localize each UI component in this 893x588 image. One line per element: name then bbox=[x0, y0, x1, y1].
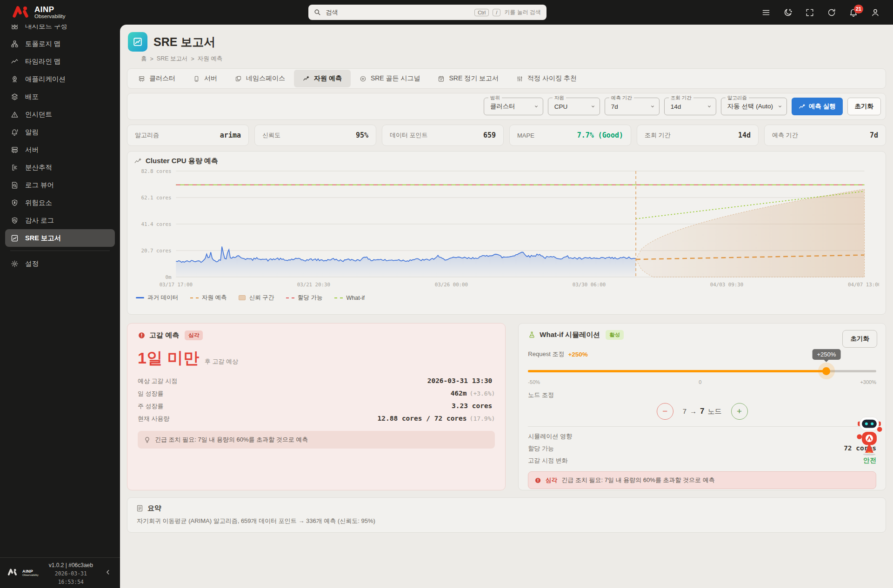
refresh-button[interactable] bbox=[823, 4, 840, 21]
tab-label: 적정 사이징 추천 bbox=[527, 74, 577, 83]
tab-namespace[interactable]: 네임스페이스 bbox=[226, 70, 294, 87]
sidebar-item-deploy[interactable]: 배포 bbox=[5, 88, 115, 106]
sidebar-item-sre-report[interactable]: SRE 보고서 bbox=[5, 229, 115, 247]
notifications-button[interactable]: 21 bbox=[845, 4, 862, 21]
row-extra: (+3.6%) bbox=[470, 390, 495, 397]
tab-server[interactable]: 서버 bbox=[184, 70, 226, 87]
sidebar-item-server[interactable]: 서버 bbox=[5, 141, 115, 159]
sidebar-item-timeline-map[interactable]: 타임라인 맵 bbox=[5, 53, 115, 70]
arrow-right-icon: → bbox=[690, 407, 697, 415]
breadcrumb-separator: > bbox=[150, 56, 153, 62]
breadcrumb-resource-forecast: 자원 예측 bbox=[198, 55, 222, 63]
filter-select-algorithm[interactable]: 알고리즘자동 선택 (Auto) bbox=[721, 98, 787, 115]
legend-swatch bbox=[190, 297, 199, 298]
global-search[interactable]: Ctrl / 키를 눌러 검색 bbox=[308, 5, 546, 20]
sidebar-item-label: SRE 보고서 bbox=[25, 234, 61, 243]
legend-item-4[interactable]: What-if bbox=[334, 295, 365, 301]
profile-button[interactable] bbox=[867, 4, 884, 21]
sidebar-item-incident[interactable]: 인시던트 bbox=[5, 106, 115, 123]
stat-card-algorithm: 알고리즘arima bbox=[127, 125, 249, 146]
tab-cluster[interactable]: 클러스터 bbox=[129, 70, 184, 87]
sidebar-item-audit-log[interactable]: 감사 로그 bbox=[5, 211, 115, 229]
footer-brand-mark-icon bbox=[7, 568, 18, 578]
filter-select-resource[interactable]: 자원CPU bbox=[548, 98, 600, 115]
request-slider[interactable]: +250% bbox=[528, 367, 876, 375]
sidebar-item-alert[interactable]: 알림 bbox=[5, 123, 115, 141]
chart-card-header: Cluster CPU 용량 예측 bbox=[134, 157, 879, 165]
sidebar-item-tracing[interactable]: 분산추적 bbox=[5, 159, 115, 176]
breadcrumb-sre-report[interactable]: SRE 보고서 bbox=[157, 55, 188, 63]
tab-resource-forecast[interactable]: 자원 예측 bbox=[294, 70, 351, 87]
tab-label: 자원 예측 bbox=[314, 74, 342, 83]
app-timestamp: 2026-03-31 16:53:54 bbox=[55, 570, 87, 585]
row-label: 고갈 시점 변화 bbox=[528, 456, 567, 465]
whatif-reset-button[interactable]: 초기화 bbox=[842, 330, 877, 348]
shieldsearch-icon bbox=[11, 217, 19, 225]
footer-brand-name: AINP bbox=[22, 569, 39, 574]
sidebar-item-application[interactable]: 애플리케이션 bbox=[5, 70, 115, 88]
legend-item-1[interactable]: 자원 예측 bbox=[190, 294, 227, 302]
footer-brand-subtitle: Observability bbox=[22, 574, 39, 577]
slider-thumb[interactable] bbox=[818, 363, 835, 379]
sidebar-item-label: 감사 로그 bbox=[25, 216, 54, 225]
legend-item-0[interactable]: 과거 데이터 bbox=[136, 294, 178, 302]
stat-label: MAPE bbox=[517, 132, 534, 139]
brand-logo[interactable]: AINP Observability bbox=[0, 5, 65, 20]
select-value: 14d bbox=[671, 103, 681, 110]
filter-select-forecast-period[interactable]: 예측 기간7d bbox=[605, 98, 660, 115]
sidebar-item-risk[interactable]: 위험요소 bbox=[5, 194, 115, 211]
cpu-forecast-chart[interactable]: 82.8 cores62.1 cores41.4 cores20.7 cores… bbox=[134, 166, 879, 293]
sidebar-item-label: 설정 bbox=[25, 259, 39, 268]
sidebar-menu: 대시보드 구성토폴로지 맵타임라인 맵애플리케이션배포인시던트알림서버분산추적로… bbox=[0, 25, 120, 247]
chevron-down-icon bbox=[533, 103, 540, 110]
legend-item-2[interactable]: 신뢰 구간 bbox=[239, 294, 273, 302]
tab-sizing-recommend[interactable]: 적정 사이징 추천 bbox=[507, 70, 586, 87]
legend-item-3[interactable]: 할당 가능 bbox=[286, 294, 322, 302]
sidebar-settings-wrap: 설정 bbox=[0, 255, 120, 272]
menu-button[interactable] bbox=[758, 4, 774, 21]
summary-card: 요약 자기회귀 이동평균 (ARIMA) 알고리즘, 659개 데이터 포인트 … bbox=[127, 497, 886, 533]
filter-select-scope[interactable]: 범위클러스터 bbox=[484, 98, 543, 115]
slider-max-label: +300% bbox=[860, 379, 876, 385]
exhaustion-tip-text: 긴급 조치 필요: 7일 내 용량의 60%를 초과할 것으로 예측 bbox=[155, 436, 308, 444]
row-value: 안전 bbox=[863, 456, 876, 465]
select-value: 7d bbox=[611, 103, 618, 110]
tab-golden-signal[interactable]: SRE 골든 시그널 bbox=[351, 70, 429, 87]
summary-header: 요약 bbox=[136, 504, 877, 513]
tab-periodic-report[interactable]: SRE 정기 보고서 bbox=[429, 70, 507, 87]
forecast-run-icon bbox=[799, 103, 806, 110]
theme-toggle-button[interactable] bbox=[780, 4, 796, 21]
bellalert-icon bbox=[11, 128, 19, 136]
sidebar-item-topology-map[interactable]: 토폴로지 맵 bbox=[5, 35, 115, 53]
sidebar-item-dashboard-config[interactable]: 대시보드 구성 bbox=[5, 25, 115, 35]
logsearch-icon bbox=[11, 181, 19, 189]
node-to: 7 bbox=[700, 407, 704, 416]
sidebar-collapse-button[interactable] bbox=[103, 568, 113, 578]
node-decrease-button[interactable]: − bbox=[657, 403, 673, 420]
impact-title: 시뮬레이션 영향 bbox=[528, 432, 876, 441]
tab-bar: 클러스터서버네임스페이스자원 예측SRE 골든 시그널SRE 정기 보고서적정 … bbox=[127, 68, 886, 89]
breadcrumb-home[interactable]: 홈 bbox=[141, 55, 147, 63]
sidebar-item-log-viewer[interactable]: 로그 뷰어 bbox=[5, 176, 115, 194]
request-adjust-value: +250% bbox=[568, 351, 587, 358]
svg-text:04/07 13:00: 04/07 13:00 bbox=[848, 282, 879, 288]
reset-filters-button[interactable]: 초기화 bbox=[847, 98, 881, 115]
run-forecast-button[interactable]: 예측 실행 bbox=[792, 98, 843, 115]
document-icon bbox=[136, 504, 144, 512]
whatif-header: What-if 시뮬레이션 활성 bbox=[528, 330, 876, 340]
fullscreen-button[interactable] bbox=[801, 4, 818, 21]
time-to-exhaustion: 1일 미만 bbox=[138, 348, 200, 369]
node-increase-button[interactable]: + bbox=[731, 403, 748, 420]
tab-label: 서버 bbox=[204, 74, 217, 83]
legend-label: 과거 데이터 bbox=[147, 294, 178, 302]
main-content: SRE 보고서 홈 > SRE 보고서 > 자원 예측 클러스터서버네임스페이스… bbox=[120, 25, 893, 588]
select-label: 범위 bbox=[488, 95, 502, 100]
row-value: 3.23 cores bbox=[452, 402, 492, 410]
severity-badge: 심각 bbox=[185, 330, 203, 340]
search-input[interactable] bbox=[325, 8, 471, 16]
legend-label: 신뢰 구간 bbox=[249, 294, 273, 302]
whatif-card: What-if 시뮬레이션 활성 초기화 Request 조정 +250% +2… bbox=[518, 323, 886, 490]
filter-select-lookback-period[interactable]: 조회 기간14d bbox=[664, 98, 716, 115]
whatif-alert: 심각 긴급 조치 필요: 7일 내 용량의 60%를 초과할 것으로 예측 bbox=[528, 471, 876, 489]
sidebar-item-settings[interactable]: 설정 bbox=[5, 255, 115, 272]
